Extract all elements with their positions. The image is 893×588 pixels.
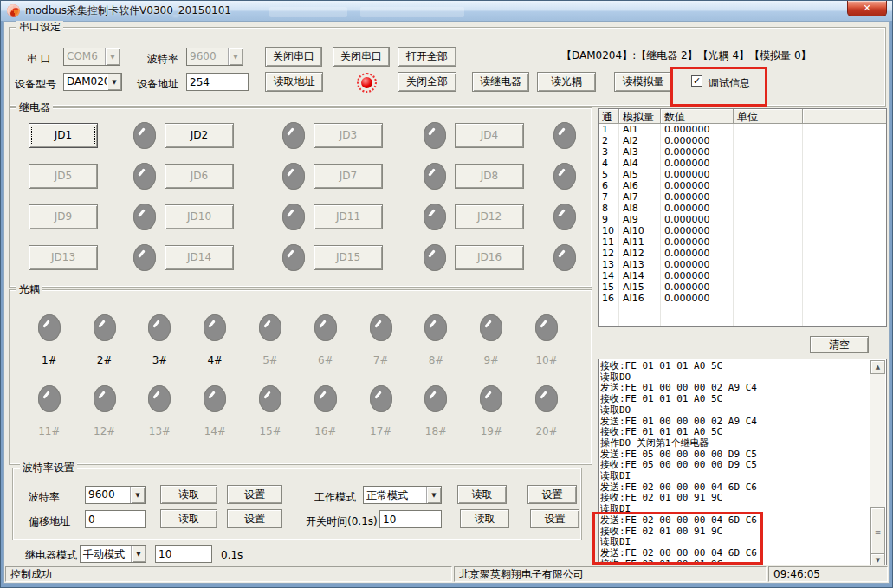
cell-analog: AI4 [619, 158, 661, 169]
relay-lamp-icon [133, 244, 156, 271]
log-line: 接收:FE 02 01 00 91 9C [600, 527, 870, 538]
chevron-down-icon[interactable]: ▼ [131, 546, 146, 562]
col-unit: 单位 [734, 109, 803, 124]
relay-button[interactable]: JD16 [455, 245, 524, 270]
relay-time-field[interactable] [155, 545, 212, 563]
switch-time-set-button[interactable]: 设置 [530, 509, 579, 528]
opto-channel-label: 11# [38, 425, 60, 437]
relay-button[interactable]: JD7 [314, 164, 383, 189]
opto-channel-label: 19# [481, 425, 502, 437]
relay-button[interactable]: JD6 [165, 164, 234, 189]
relay-group: 继电器 JD1 JD2 JD3 [9, 107, 592, 288]
table-row: 9 AI9 0.000000 [599, 214, 886, 225]
read-address-button[interactable]: 读取地址 [265, 72, 323, 92]
window-title: modbus采集控制卡软件V0300_20150101 [25, 3, 231, 18]
baud-settings-group: 波特率设置 波特率 9600 ▼ 读取 设置 工作模式 正常模式 ▼ 读取 设置… [12, 468, 582, 540]
opto-cell: 17# [353, 385, 409, 437]
baud2-label: 波特率 [29, 491, 60, 503]
relay-button[interactable]: JD12 [455, 204, 524, 229]
read-opto-button[interactable]: 读光耦 [537, 72, 596, 92]
relay-button[interactable]: JD14 [165, 245, 234, 270]
table-row: 10 AI10 0.000000 [599, 225, 886, 236]
cell-value: 0.000000 [661, 214, 734, 225]
opto-lamp-icon [94, 314, 116, 341]
cell-extra [803, 259, 886, 270]
relay-button[interactable]: JD13 [29, 245, 98, 270]
cell-value: 0.000000 [661, 225, 734, 236]
relay-button[interactable]: JD8 [455, 164, 524, 189]
relay-button[interactable]: JD1 [29, 123, 98, 148]
log-line: 接收:FE 05 00 00 00 00 D9 C5 [600, 460, 870, 471]
relay-cell: JD12 [455, 204, 585, 229]
scroll-up-icon[interactable]: ▲ [870, 360, 885, 374]
cell-extra [803, 248, 886, 259]
offset-address-field[interactable] [85, 510, 146, 528]
work-mode-set-button[interactable]: 设置 [527, 485, 577, 504]
relay-mode-select[interactable]: 手动模式 ▼ [80, 545, 146, 563]
cell-extra [803, 281, 886, 293]
status-time: 09:46:05 [768, 566, 888, 582]
opto-channel-label: 16# [314, 425, 336, 437]
table-row: 1 AI1 0.000000 [599, 124, 886, 135]
cell-value: 0.000000 [661, 281, 734, 293]
relay-button[interactable]: JD15 [314, 245, 383, 270]
background-ghost [269, 7, 347, 17]
switch-time-read-button[interactable]: 读取 [460, 509, 509, 528]
debug-info-checkbox[interactable]: ✓ [691, 75, 702, 87]
relay-button[interactable]: JD11 [314, 204, 383, 229]
opto-lamp-icon [314, 314, 337, 341]
opto-cell: 5# [243, 314, 298, 366]
status-message: 控制成功 [5, 566, 452, 582]
opto-channel-label: 1# [42, 354, 57, 366]
relay-lamp-icon [553, 122, 576, 149]
cell-channel: 1 [599, 124, 619, 135]
open-all-button[interactable]: 打开全部 [398, 47, 456, 67]
close-serial-button-1[interactable]: 关闭串口 [265, 47, 322, 67]
cell-value: 0.000000 [661, 135, 734, 146]
offset-read-button[interactable]: 读取 [160, 509, 217, 528]
log-scrollbar[interactable]: ▲ ≡ ▼ [870, 360, 885, 567]
relay-button[interactable]: JD10 [165, 204, 234, 229]
baud2-select[interactable]: 9600 ▼ [85, 486, 146, 504]
work-mode-select[interactable]: 正常模式 ▼ [363, 486, 442, 504]
offset-set-button[interactable]: 设置 [227, 509, 282, 528]
opto-cell: 14# [187, 385, 243, 437]
clear-log-button[interactable]: 清空 [810, 336, 869, 353]
relay-button[interactable]: JD4 [455, 123, 524, 148]
scroll-thumb[interactable]: ≡ [870, 507, 885, 557]
relay-button[interactable]: JD3 [314, 123, 383, 148]
relay-button[interactable]: JD5 [29, 164, 98, 189]
close-all-button[interactable]: 关闭全部 [398, 72, 456, 92]
opto-group: 光耦 1# 2# 3# [9, 289, 592, 465]
opto-cell: 12# [77, 385, 133, 437]
chevron-down-icon[interactable]: ▼ [130, 487, 145, 503]
baudrate-select[interactable]: 9600 ▼ [186, 48, 243, 66]
read-relay-button[interactable]: 读继电器 [472, 72, 529, 92]
port-select[interactable]: COM6 ▼ [63, 48, 120, 66]
baud-set-button[interactable]: 设置 [227, 485, 282, 504]
chevron-down-icon[interactable]: ▼ [105, 48, 120, 65]
work-mode-read-button[interactable]: 读取 [457, 485, 507, 504]
log-line: 读取DI [600, 504, 870, 515]
opto-lamp-icon [535, 314, 558, 341]
relay-button[interactable]: JD2 [165, 123, 234, 148]
chevron-down-icon[interactable]: ▼ [426, 487, 441, 503]
model-select[interactable]: DAM0204 ▼ [63, 73, 122, 91]
debug-log[interactable]: 接收:FE 01 01 01 A0 5C读取DO发送:FE 01 00 00 0… [598, 359, 887, 569]
relay-lamp-icon [282, 163, 305, 190]
relay-cell: JD2 [165, 122, 314, 148]
read-analog-button[interactable]: 读模拟量 [614, 72, 672, 92]
device-address-field[interactable] [186, 73, 249, 91]
chevron-down-icon[interactable]: ▼ [228, 48, 243, 65]
log-line: 读取DI [600, 471, 870, 482]
relay-button[interactable]: JD9 [29, 204, 98, 229]
table-row: 4 AI4 0.000000 [599, 158, 886, 169]
close-serial-button-2[interactable]: 关闭串口 [333, 47, 390, 67]
serial-settings-group: 串口设定 串 口 COM6 ▼ 波特率 9600 ▼ 关闭串口 关闭串口 打开全… [9, 27, 886, 107]
switch-time-field[interactable] [379, 510, 442, 528]
close-icon[interactable]: ✕ [847, 1, 887, 16]
baud-read-button[interactable]: 读取 [160, 485, 217, 504]
opto-cell: 1# [22, 314, 77, 366]
opto-cell: 9# [463, 314, 519, 366]
chevron-down-icon[interactable]: ▼ [107, 74, 121, 90]
